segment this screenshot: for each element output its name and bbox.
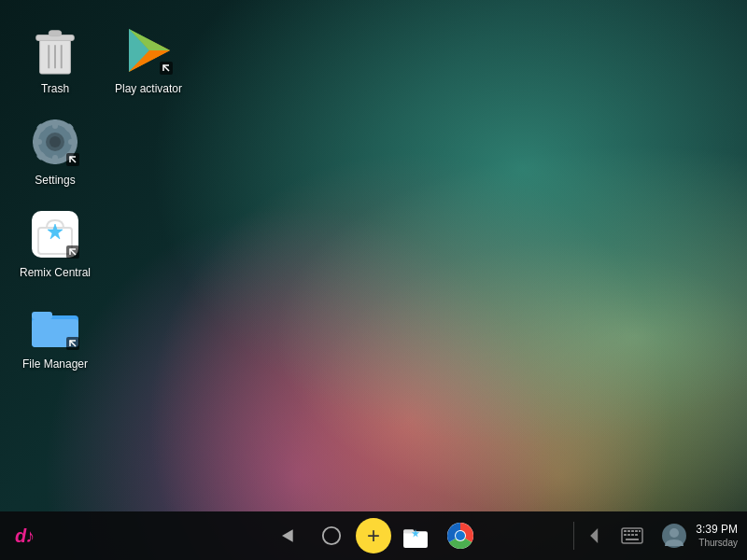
svg-rect-52 — [624, 534, 627, 536]
trash-icon-image — [29, 24, 81, 77]
svg-rect-49 — [631, 530, 634, 532]
svg-rect-15 — [52, 119, 58, 129]
shortcut-arrow-play — [160, 62, 173, 75]
avatar-icon — [661, 523, 687, 549]
file-manager-icon-item[interactable]: File Manager — [13, 294, 97, 376]
store-icon — [401, 521, 430, 551]
back-button[interactable] — [266, 515, 307, 556]
svg-rect-54 — [631, 534, 634, 536]
date-display: Thursday — [698, 537, 738, 549]
home-button[interactable] — [311, 515, 352, 556]
svg-rect-2 — [49, 31, 62, 36]
floating-action-button[interactable]: + — [356, 518, 391, 553]
file-manager-label: File Manager — [22, 357, 88, 371]
taskbar-divider — [573, 522, 574, 550]
icon-row-2: Settings — [13, 110, 97, 192]
trash-label: Trash — [41, 82, 69, 95]
svg-point-58 — [669, 528, 679, 538]
remix-central-label: Remix Central — [20, 266, 91, 279]
svg-rect-56 — [626, 539, 639, 540]
svg-rect-18 — [68, 139, 78, 145]
taskbar-left: d♪ — [4, 515, 45, 556]
play-activator-icon-image — [122, 24, 175, 77]
svg-rect-50 — [635, 530, 638, 532]
icon-row-4: File Manager — [13, 294, 97, 376]
svg-point-38 — [323, 527, 340, 544]
home-icon — [321, 525, 342, 546]
settings-icon-image — [29, 116, 81, 168]
shortcut-arrow-settings — [66, 153, 79, 166]
icon-row-1: Trash — [13, 19, 190, 101]
shortcut-arrow-remix — [66, 245, 79, 259]
play-activator-label: Play activator — [115, 82, 182, 95]
taskbar: d♪ + — [0, 511, 747, 560]
svg-rect-55 — [635, 534, 638, 536]
icon-row-3: Remix Central — [13, 203, 97, 285]
svg-rect-51 — [639, 530, 641, 532]
svg-rect-16 — [52, 155, 58, 164]
scroll-left-button[interactable] — [584, 515, 606, 556]
svg-rect-47 — [624, 530, 627, 532]
svg-marker-45 — [590, 528, 598, 543]
svg-rect-48 — [627, 530, 630, 532]
shortcut-arrow-filemanager — [66, 337, 79, 350]
plus-icon: + — [367, 525, 380, 547]
time-display: 3:39 PM — [696, 523, 738, 538]
remix-central-icon-item[interactable]: Remix Central — [13, 203, 97, 285]
settings-icon-item[interactable]: Settings — [13, 110, 97, 192]
icon-grid: Trash — [0, 9, 747, 386]
svg-rect-53 — [627, 534, 630, 536]
store-button[interactable] — [395, 515, 436, 556]
remix-central-icon-image — [29, 208, 81, 260]
keyboard-button[interactable] — [612, 515, 653, 556]
trash-icon-item[interactable]: Trash — [13, 19, 97, 101]
settings-label: Settings — [35, 174, 75, 187]
chrome-icon — [445, 521, 475, 551]
left-arrow-icon — [589, 528, 600, 543]
file-manager-icon-image — [29, 300, 81, 352]
svg-rect-33 — [32, 312, 52, 319]
taskbar-center: + — [266, 515, 481, 556]
svg-point-24 — [49, 136, 61, 147]
desktop: Trash — [0, 0, 747, 511]
svg-marker-37 — [282, 529, 293, 541]
remix-logo-text: d♪ — [15, 525, 34, 547]
back-icon — [277, 526, 296, 545]
keyboard-icon — [621, 527, 643, 544]
battery-button[interactable] — [658, 515, 690, 556]
play-activator-icon-item[interactable]: Play activator — [106, 19, 190, 101]
remix-logo-button[interactable]: d♪ — [4, 515, 45, 556]
svg-rect-17 — [33, 139, 42, 145]
svg-point-44 — [456, 531, 465, 540]
taskbar-clock: 3:39 PM Thursday — [696, 523, 738, 550]
chrome-button[interactable] — [440, 515, 481, 556]
taskbar-right: 3:39 PM Thursday — [570, 515, 743, 556]
